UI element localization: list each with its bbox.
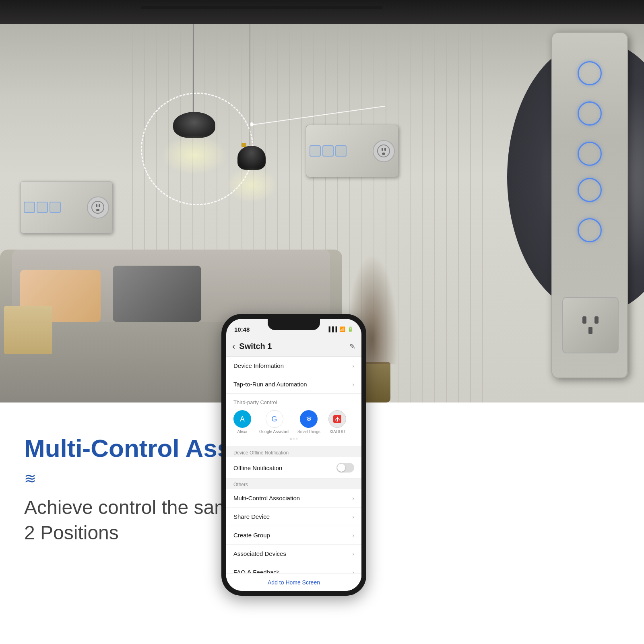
google-label: Google Assistant <box>259 429 289 434</box>
chevron-icon: › <box>352 495 354 502</box>
svg-rect-2 <box>99 204 100 207</box>
ceiling-track <box>141 6 382 9</box>
touch-rings-lower <box>552 166 627 242</box>
phone-notch <box>268 319 320 330</box>
alexa-label: Alexa <box>237 429 247 434</box>
description-line2: 2 Positions <box>24 522 119 543</box>
menu-list: Device Information › Tap-to-Run and Auto… <box>226 357 361 591</box>
switch-panel-left <box>20 181 113 233</box>
offline-notification-toggle[interactable]: Offline Notification <box>226 457 361 479</box>
third-party-icons: A Alexa G Google Assistant ❄ SmartThings <box>233 410 354 434</box>
tp-alexa[interactable]: A Alexa <box>233 410 251 434</box>
smartthings-icon: ❄ <box>300 410 318 428</box>
chevron-icon: › <box>352 551 354 557</box>
phone-wrapper: 10:48 ▐▐▐ 📶 🔋 ‹ Switch 1 ✎ Device Inform… <box>221 314 366 596</box>
menu-item-device-info[interactable]: Device Information › <box>226 357 361 375</box>
alexa-icon: A <box>233 410 251 428</box>
smartthings-label: SmartThings <box>297 429 320 434</box>
tp-smartthings[interactable]: ❄ SmartThings <box>297 410 320 434</box>
phone-screen: 10:48 ▐▐▐ 📶 🔋 ‹ Switch 1 ✎ Device Inform… <box>226 319 361 591</box>
menu-item-share-device[interactable]: Share Device › <box>226 508 361 526</box>
touch-rings-upper <box>552 33 627 166</box>
nav-bar: ‹ Switch 1 ✎ <box>226 336 361 357</box>
section-notification: Device Offline Notification <box>226 447 361 457</box>
svg-point-3 <box>96 209 99 211</box>
touch-btn-1 <box>24 202 35 213</box>
pendant-light-1 <box>173 112 215 138</box>
svg-point-7 <box>382 153 385 155</box>
add-home-label: Add to Home Screen <box>268 579 320 586</box>
add-home-screen[interactable]: Add to Home Screen <box>226 573 361 591</box>
socket-outlet <box>562 297 619 353</box>
svg-rect-5 <box>382 148 383 151</box>
touch-btn-r-1 <box>310 145 321 157</box>
menu-item-label: Share Device <box>233 513 270 520</box>
status-icons: ▐▐▐ 📶 🔋 <box>327 326 353 332</box>
socket-hole-right <box>594 316 599 324</box>
back-button[interactable]: ‹ <box>232 341 235 352</box>
menu-item-tap-run[interactable]: Tap-to-Run and Automation › <box>226 375 361 394</box>
svg-point-4 <box>378 145 390 157</box>
chevron-icon: › <box>352 514 354 520</box>
chevron-icon: › <box>352 381 354 388</box>
pendant-wire-2 <box>250 24 250 145</box>
battery-icon: 🔋 <box>347 326 353 332</box>
section-others: Others <box>226 479 361 489</box>
sofa-cushion-checkered <box>113 266 201 322</box>
smart-switch-device <box>551 32 628 378</box>
third-party-label: Third-party Control <box>233 399 354 405</box>
touch-ring-3 <box>578 142 602 166</box>
xiaodu-label: XIAODU <box>330 429 345 434</box>
menu-item-create-group[interactable]: Create Group › <box>226 526 361 545</box>
socket-right <box>373 140 395 162</box>
toggle-knob <box>337 464 345 472</box>
svg-point-0 <box>92 201 104 213</box>
socket-hole-bottom <box>588 327 592 334</box>
socket-hole-left <box>582 316 586 324</box>
side-table <box>4 306 52 354</box>
menu-item-label: Create Group <box>233 532 270 539</box>
touch-ring-lower-1 <box>578 178 602 202</box>
wifi-icon: 📶 <box>339 326 345 332</box>
menu-item-associated-devices[interactable]: Associated Devices › <box>226 545 361 563</box>
svg-rect-6 <box>384 148 386 151</box>
touch-btn-r-2 <box>322 145 334 157</box>
tp-google[interactable]: G Google Assistant <box>259 410 289 434</box>
socket-left <box>87 196 109 219</box>
toggle-label: Offline Notification <box>233 464 282 471</box>
touch-ring-2 <box>578 101 602 126</box>
menu-item-label: Associated Devices <box>233 550 286 557</box>
google-icon: G <box>266 410 283 428</box>
tp-xiaodu[interactable]: 小 XIAODU <box>328 410 346 434</box>
status-time: 10:48 <box>234 326 250 333</box>
third-party-section: Third-party Control A Alexa G Google Ass… <box>226 394 361 447</box>
carousel-dots: ● ○ ○ <box>233 437 354 441</box>
touch-ring-lower-2 <box>578 218 602 242</box>
phone-mockup: 10:48 ▐▐▐ 📶 🔋 ‹ Switch 1 ✎ Device Inform… <box>221 314 366 596</box>
nav-title: Switch 1 <box>239 342 349 351</box>
menu-item-label: Multi-Control Association <box>233 495 300 502</box>
touch-btn-2 <box>37 202 48 213</box>
socket-holes-top <box>582 316 599 324</box>
svg-text:小: 小 <box>334 417 340 422</box>
touch-btn-r-3 <box>335 145 347 157</box>
xiaodu-icon: 小 <box>328 410 346 428</box>
touch-btn-3 <box>50 202 61 213</box>
menu-item-multi-control[interactable]: Multi-Control Association › <box>226 489 361 508</box>
pendant-glow-1 <box>161 135 227 175</box>
chevron-icon: › <box>352 363 354 369</box>
pendant-wire-1 <box>193 24 194 113</box>
signal-icon: ▐▐▐ <box>327 326 337 332</box>
chevron-icon: › <box>352 532 354 539</box>
pendant-glow-2 <box>225 167 278 203</box>
ceiling <box>0 0 644 24</box>
svg-rect-1 <box>96 204 97 207</box>
pendant-light-2 <box>237 146 266 170</box>
touch-ring-1 <box>578 61 602 85</box>
switch-panel-right <box>306 125 398 177</box>
menu-item-label: Device Information <box>233 362 284 369</box>
edit-button[interactable]: ✎ <box>349 342 355 351</box>
toggle-switch[interactable] <box>336 463 354 473</box>
menu-item-label: Tap-to-Run and Automation <box>233 381 307 388</box>
